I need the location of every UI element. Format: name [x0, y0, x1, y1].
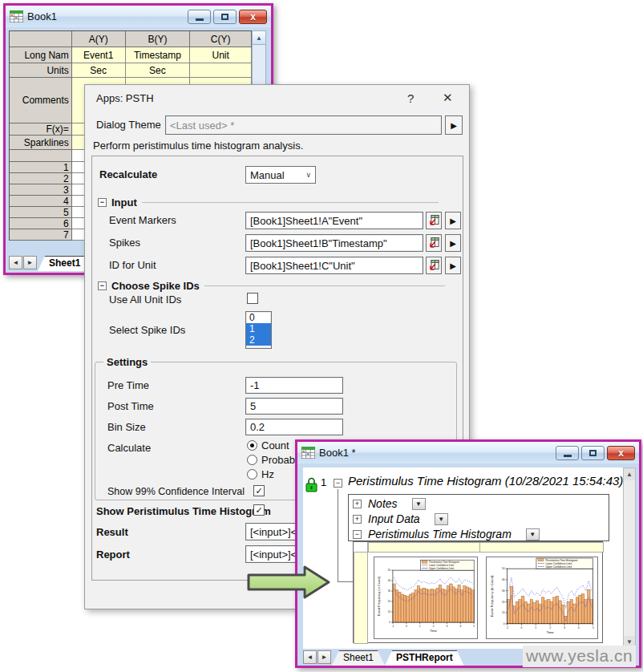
dialog-close-button[interactable]: ✕ — [443, 91, 453, 105]
column-selector-button[interactable] — [426, 212, 442, 229]
close-button[interactable]: x — [607, 446, 635, 460]
row-header-cell[interactable]: Sparklines — [10, 136, 72, 150]
field-flyout-button[interactable]: ▶ — [445, 234, 461, 252]
book1-titlebar[interactable]: Book1 x — [6, 6, 271, 27]
field-flyout-button[interactable]: ▶ — [445, 212, 461, 229]
svg-text:Time: Time — [430, 629, 438, 633]
svg-text:1: 1 — [419, 625, 421, 628]
tab-scroll-left-icon[interactable]: ◄ — [9, 256, 22, 269]
column-header-cell[interactable]: B(Y) — [126, 31, 191, 47]
dialog-theme-box[interactable]: <Last used> * — [165, 115, 442, 135]
worksheet-cell[interactable]: Unit — [190, 47, 252, 63]
worksheet-cell[interactable]: Sec — [72, 63, 126, 78]
sheet-tab-sheet1[interactable]: Sheet1 — [332, 650, 385, 666]
row-header-cell[interactable]: F(x)= — [10, 123, 72, 136]
row-header-cell[interactable]: 7 — [10, 229, 72, 241]
report-label: Report — [96, 549, 130, 561]
desktop: Book1 x A(Y)B(Y)C(Y)Long NamEvent1Timest… — [0, 0, 643, 672]
calculate-radio-hz[interactable] — [247, 469, 257, 480]
row-header-cell[interactable]: 5 — [10, 207, 72, 218]
show-psth-checkbox[interactable]: ✓ — [253, 504, 265, 516]
psth-graph-2[interactable]: -101234501020304050TimeEvent Frequency (… — [486, 557, 598, 639]
row-header-cell[interactable]: Long Nam — [10, 47, 72, 63]
row-header-cell[interactable]: 4 — [10, 196, 72, 207]
recalculate-dropdown[interactable]: Manual ∨ — [245, 166, 316, 184]
field-input-0[interactable]: [Book1]Sheet1!A"Event" — [245, 212, 423, 229]
row-header-cell[interactable]: 3 — [10, 184, 72, 196]
minimize-button[interactable] — [556, 446, 579, 460]
svg-text:0: 0 — [503, 622, 505, 625]
dialog-theme-label: Dialog Theme — [96, 119, 161, 131]
calculate-radio-count[interactable] — [247, 440, 257, 451]
collapse-icon[interactable]: − — [353, 530, 362, 539]
field-flyout-button[interactable]: ▶ — [445, 257, 461, 274]
show-ci-checkbox[interactable]: ✓ — [253, 485, 265, 496]
dropdown-arrow-icon[interactable]: ▼ — [526, 528, 540, 540]
branch-label: Notes — [368, 497, 398, 510]
corner-cell[interactable] — [10, 31, 72, 47]
post-time-input[interactable]: 5 — [245, 398, 343, 415]
row-header-cell[interactable] — [10, 150, 72, 162]
select-spike-ids-label: Select Spike IDs — [109, 324, 185, 336]
row-header-cell[interactable]: Comments — [10, 78, 72, 123]
tab-scroll-right-icon[interactable]: ► — [23, 256, 37, 269]
close-button[interactable]: x — [239, 10, 267, 24]
report-branch-notes[interactable]: +Notes▼ — [353, 497, 426, 510]
restore-button[interactable] — [581, 446, 605, 460]
minimize-button[interactable] — [188, 10, 211, 24]
restore-button[interactable] — [213, 10, 237, 24]
tab-scroll-right-icon[interactable]: ► — [317, 650, 331, 664]
chevron-down-icon: ∨ — [305, 171, 311, 179]
section-rule — [204, 285, 445, 286]
report-branch-peristimulus-time-histogram[interactable]: −Peristimulus Time Histogram▼ — [353, 528, 540, 540]
dialog-help-button[interactable]: ? — [407, 91, 414, 105]
sheet-tab-psthreport[interactable]: PSTHReport — [385, 650, 464, 666]
column-header-cell[interactable]: C(Y) — [190, 31, 252, 47]
collapse-icon[interactable]: + — [353, 500, 362, 508]
collapse-icon[interactable]: − — [98, 281, 107, 290]
column-selector-button[interactable] — [426, 234, 442, 252]
spike-id-option-2[interactable]: 2 — [246, 334, 271, 346]
branch-label: Input Data — [368, 512, 420, 525]
show-ci-label: Show 99% Confidence Interval — [107, 486, 245, 497]
bin-size-input[interactable]: 0.2 — [245, 419, 343, 435]
tab-scroll-left-icon[interactable]: ◄ — [303, 650, 317, 664]
dialog-theme-value: <Last used> * — [170, 119, 234, 132]
spike-id-option-0[interactable]: 0 — [246, 312, 271, 323]
svg-text:-1: -1 — [506, 626, 508, 629]
spike-id-listbox[interactable]: 012 — [245, 311, 272, 349]
pre-time-label: Pre Time — [107, 379, 149, 391]
branch-label: Peristimulus Time Histogram — [368, 528, 512, 540]
field-input-2[interactable]: [Book1]Sheet1!C"Unit" — [245, 257, 423, 274]
svg-text:4: 4 — [578, 626, 580, 629]
column-header-cell[interactable]: A(Y) — [72, 31, 126, 47]
row-header-cell[interactable]: 6 — [10, 218, 72, 229]
column-selector-button[interactable] — [426, 257, 442, 274]
scroll-up-icon[interactable]: ▲ — [253, 31, 265, 45]
row-header-cell[interactable]: Units — [10, 63, 72, 78]
row-header-cell[interactable]: 1 — [10, 162, 72, 173]
pre-time-input[interactable]: -1 — [245, 377, 343, 394]
report-branch-input-data[interactable]: +Input Data▼ — [353, 512, 448, 525]
collapse-icon[interactable]: − — [334, 479, 342, 488]
dropdown-arrow-icon[interactable]: ▼ — [435, 513, 448, 525]
calculate-radio-probability[interactable] — [247, 455, 257, 465]
field-input-1[interactable]: [Book1]Sheet1!B"Timestamp" — [245, 234, 423, 252]
spike-id-option-1[interactable]: 1 — [246, 323, 271, 334]
worksheet-cell[interactable]: Timestamp — [126, 47, 191, 63]
row-header-cell[interactable]: 2 — [10, 173, 72, 184]
collapse-icon[interactable]: + — [353, 515, 362, 524]
worksheet-cell[interactable] — [190, 63, 252, 78]
use-all-unit-ids-checkbox[interactable] — [247, 293, 258, 304]
psth-graph-1[interactable]: -101234501020304050TimeEvent Frequency (… — [374, 557, 478, 639]
report-vertical-scrollbar[interactable]: ▲ ▼ — [623, 468, 636, 649]
theme-flyout-button[interactable]: ▶ — [445, 115, 463, 135]
dropdown-arrow-icon[interactable]: ▼ — [412, 498, 426, 510]
collapse-icon[interactable]: − — [98, 198, 107, 207]
worksheet-column-headers: A(Y)B(Y)C(Y) — [10, 31, 252, 47]
worksheet-cell[interactable]: Event1 — [72, 47, 126, 63]
scroll-up-icon[interactable]: ▲ — [624, 468, 635, 480]
report-titlebar[interactable]: Book1 * x — [297, 442, 639, 464]
column-selector-icon — [429, 237, 439, 249]
worksheet-cell[interactable]: Sec — [126, 63, 191, 78]
